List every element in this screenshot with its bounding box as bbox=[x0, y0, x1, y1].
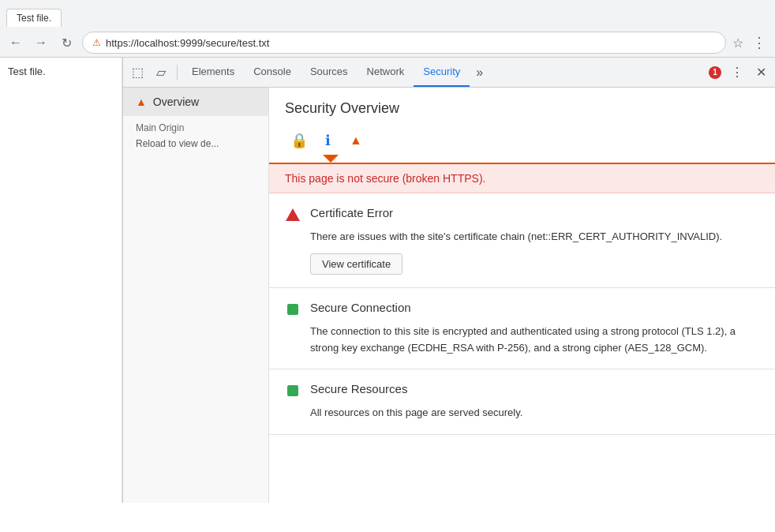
secure-conn-icon bbox=[285, 302, 301, 317]
browser-tab[interactable]: Test file. bbox=[6, 9, 62, 27]
devtools-toolbar: ⬚ ▱ Elements Console Sources Network Sec… bbox=[123, 58, 775, 88]
secure-res-icon bbox=[285, 383, 301, 399]
error-count: 1 bbox=[713, 68, 717, 77]
lock-indicator-icon[interactable]: 🔒 bbox=[285, 126, 313, 155]
page-content-area: Test file. bbox=[0, 58, 122, 503]
sidebar-overview-label: Overview bbox=[153, 96, 199, 108]
info-indicator-icon[interactable]: ℹ bbox=[313, 126, 342, 155]
devtools-close-button[interactable]: ✕ bbox=[750, 62, 772, 84]
sidebar-warning-icon: ▲ bbox=[136, 96, 147, 108]
cert-error-section: Certificate Error There are issues with … bbox=[269, 193, 775, 288]
page-text: Test file. bbox=[8, 66, 46, 77]
error-circle: 1 bbox=[709, 66, 721, 79]
secure-conn-header: Secure Connection bbox=[285, 301, 759, 317]
cert-error-icon bbox=[285, 207, 301, 223]
error-badge: 1 bbox=[709, 66, 721, 79]
secure-res-header: Secure Resources bbox=[285, 382, 759, 399]
secure-resources-section: Secure Resources All resources on this p… bbox=[269, 369, 775, 435]
security-main-panel: Security Overview 🔒 ℹ ▲ This page is not… bbox=[269, 88, 775, 503]
devtools-panel: ⬚ ▱ Elements Console Sources Network Sec… bbox=[122, 58, 775, 503]
devtools-menu-button[interactable]: ⋮ bbox=[726, 62, 748, 84]
tab-security[interactable]: Security bbox=[414, 58, 470, 87]
tab-network[interactable]: Network bbox=[358, 58, 414, 87]
back-button[interactable]: ← bbox=[6, 33, 25, 52]
tab-sources[interactable]: Sources bbox=[301, 58, 358, 87]
not-secure-text: This page is not secure (broken HTTPS). bbox=[285, 172, 485, 185]
security-sidebar: ▲ Overview Main Origin Reload to view de… bbox=[123, 88, 269, 503]
bookmark-button[interactable]: ☆ bbox=[732, 36, 743, 51]
url-warning-icon: ⚠ bbox=[92, 37, 101, 48]
secure-conn-desc: The connection to this site is encrypted… bbox=[310, 324, 759, 357]
secure-res-title: Secure Resources bbox=[310, 382, 407, 395]
forward-button[interactable]: → bbox=[32, 33, 51, 52]
tab-title: Test file. bbox=[17, 13, 51, 24]
sidebar-main-origin-title: Main Origin bbox=[136, 122, 256, 133]
devtools-tabs: Elements Console Sources Network Securit… bbox=[182, 58, 489, 87]
security-indicators: 🔒 ℹ ▲ bbox=[269, 126, 775, 155]
indicator-arrow bbox=[323, 155, 339, 163]
sidebar-main-origin-section: Main Origin Reload to view de... bbox=[123, 116, 268, 154]
secure-res-desc: All resources on this page are served se… bbox=[310, 405, 759, 421]
browser-menu-button[interactable]: ⋮ bbox=[750, 34, 769, 51]
panel-title: Security Overview bbox=[269, 88, 775, 126]
tab-elements[interactable]: Elements bbox=[182, 58, 244, 87]
secure-connection-section: Secure Connection The connection to this… bbox=[269, 288, 775, 370]
tab-console[interactable]: Console bbox=[244, 58, 301, 87]
cert-error-title: Certificate Error bbox=[310, 206, 393, 219]
device-toggle-button[interactable]: ▱ bbox=[150, 62, 172, 84]
cert-error-header: Certificate Error bbox=[285, 206, 759, 223]
refresh-button[interactable]: ↻ bbox=[57, 33, 76, 52]
devtools-body: ▲ Overview Main Origin Reload to view de… bbox=[123, 88, 775, 503]
view-certificate-button[interactable]: View certificate bbox=[310, 253, 402, 275]
more-tabs-button[interactable]: » bbox=[470, 58, 489, 87]
url-text: https://localhost:9999/secure/test.txt bbox=[106, 37, 716, 49]
cert-error-desc: There are issues with the site's certifi… bbox=[310, 229, 759, 245]
not-secure-banner: This page is not secure (broken HTTPS). bbox=[269, 163, 775, 193]
sidebar-reload-text: Reload to view de... bbox=[136, 137, 256, 151]
warning-indicator-icon[interactable]: ▲ bbox=[342, 126, 370, 155]
sidebar-overview-item[interactable]: ▲ Overview bbox=[123, 88, 268, 116]
inspect-element-button[interactable]: ⬚ bbox=[126, 62, 148, 84]
address-bar[interactable]: ⚠ https://localhost:9999/secure/test.txt bbox=[82, 32, 726, 54]
secure-conn-title: Secure Connection bbox=[310, 301, 411, 314]
toolbar-divider bbox=[177, 65, 178, 81]
